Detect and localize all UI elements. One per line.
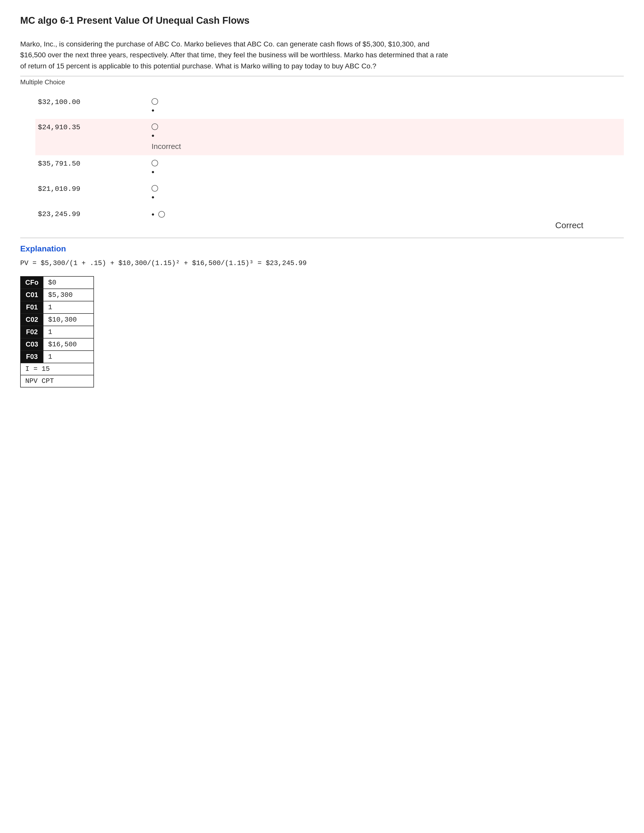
radio-4[interactable] bbox=[151, 185, 158, 191]
separator bbox=[20, 238, 624, 238]
value-i: I = 15 bbox=[21, 363, 94, 375]
radio-2[interactable] bbox=[151, 124, 158, 130]
bullet-4: • bbox=[151, 193, 154, 201]
calculator-table: CFo $0 C01 $5,300 F01 1 C02 $10,300 F02 … bbox=[20, 276, 94, 388]
page-title: MC algo 6-1 Present Value Of Unequal Cas… bbox=[20, 15, 624, 26]
label-c02: C02 bbox=[21, 314, 43, 326]
choice-value-2: $24,910.35 bbox=[35, 124, 142, 131]
choice-row-4: $21,010.99 • bbox=[35, 180, 624, 206]
choice-value-5: $23,245.99 bbox=[35, 210, 142, 218]
bullet-2: • bbox=[151, 132, 154, 140]
value-c01: $5,300 bbox=[43, 289, 94, 301]
table-row-f01: F01 1 bbox=[21, 301, 94, 314]
explanation-heading: Explanation bbox=[20, 244, 624, 253]
value-npv: NPV CPT bbox=[21, 375, 94, 387]
choice-row-1: $32,100.00 • bbox=[35, 94, 624, 119]
table-row-c02: C02 $10,300 bbox=[21, 314, 94, 326]
question-text: Marko, Inc., is considering the purchase… bbox=[20, 39, 449, 71]
choice-value-3: $35,791.50 bbox=[35, 160, 142, 167]
radio-3[interactable] bbox=[151, 160, 158, 166]
label-f01: F01 bbox=[21, 301, 43, 314]
bullet-3: • bbox=[151, 168, 154, 176]
value-c02: $10,300 bbox=[43, 314, 94, 326]
choice-row-2: $24,910.35 • Incorrect bbox=[35, 119, 624, 155]
radio-1[interactable] bbox=[151, 98, 158, 105]
label-f02: F02 bbox=[21, 326, 43, 338]
value-f03: 1 bbox=[43, 351, 94, 363]
choice-value-4: $21,010.99 bbox=[35, 185, 142, 193]
table-row-f02: F02 1 bbox=[21, 326, 94, 338]
value-c03: $16,500 bbox=[43, 338, 94, 351]
formula: PV = $5,300/(1 + .15) + $10,300/(1.15)² … bbox=[20, 259, 624, 267]
table-row-npv: NPV CPT bbox=[21, 375, 94, 387]
status-incorrect: Incorrect bbox=[151, 142, 181, 151]
table-row-i: I = 15 bbox=[21, 363, 94, 375]
value-f01: 1 bbox=[43, 301, 94, 314]
choices-section: $32,100.00 • $24,910.35 • Incorrect $35,… bbox=[35, 94, 624, 230]
label-c01: C01 bbox=[21, 289, 43, 301]
value-f02: 1 bbox=[43, 326, 94, 338]
label-c03: C03 bbox=[21, 338, 43, 351]
choice-row-3: $35,791.50 • bbox=[35, 155, 624, 180]
bullet-5: • bbox=[151, 210, 154, 218]
question-type: Multiple Choice bbox=[20, 76, 624, 86]
bullet-1: • bbox=[151, 106, 154, 114]
label-cfo: CFo bbox=[21, 277, 43, 289]
table-row-f03: F03 1 bbox=[21, 351, 94, 363]
radio-5[interactable] bbox=[158, 211, 165, 217]
label-f03: F03 bbox=[21, 351, 43, 363]
choice-value-1: $32,100.00 bbox=[35, 98, 142, 106]
table-row-c03: C03 $16,500 bbox=[21, 338, 94, 351]
correct-label: Correct bbox=[555, 220, 583, 230]
table-row-cfo: CFo $0 bbox=[21, 277, 94, 289]
value-cfo: $0 bbox=[43, 277, 94, 289]
table-row-c01: C01 $5,300 bbox=[21, 289, 94, 301]
